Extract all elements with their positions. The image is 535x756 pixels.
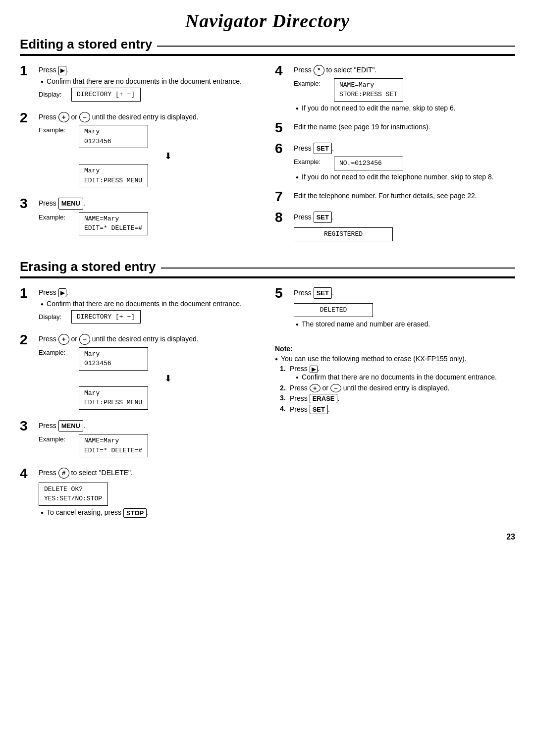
edit-step-2-text-c: until the desired entry is displayed. <box>92 113 199 121</box>
edit-step-6-btn: SET <box>314 143 332 155</box>
note-sub-step-2-btn-plus: + <box>310 384 321 392</box>
erase-step-2: 2 Press + or − until the desired entry i… <box>20 334 260 412</box>
page-title: Navigator Directory <box>20 10 515 32</box>
edit-step-1-btn: ▶ <box>58 66 66 75</box>
erase-step-5-btn: SET <box>314 287 332 299</box>
note-sub-step-4-text: Press <box>290 405 308 413</box>
edit-step-2-example-box1: Mary 0123456 <box>79 125 148 148</box>
edit-step-8-text: Press <box>294 213 312 221</box>
edit-step-2-btn-plus: + <box>58 112 69 123</box>
page-number: 23 <box>20 533 515 541</box>
edit-step-6-bullet: If you do not need to edit the telephone… <box>296 173 515 181</box>
note-sub-step-4: 4. Press SET. <box>280 405 515 414</box>
edit-step-1-display-value: DIRECTORY [+ −] <box>71 88 141 102</box>
note-sub-step-1: 1. Press ▶. Confirm that there are no do… <box>280 365 515 382</box>
edit-step-2-btn-minus: − <box>79 112 90 123</box>
edit-step-3-text: Press <box>39 199 56 207</box>
edit-step-2: 2 Press + or − until the desired entry i… <box>20 112 260 190</box>
erase-step-4-bullet: To cancel erasing, press STOP. <box>41 508 260 518</box>
erase-step-3-text: Press <box>39 422 56 430</box>
note-sub-step-3: 3. Press ERASE. <box>280 394 515 403</box>
erasing-section: Erasing a stored entry 1 Press ▶. Confir… <box>20 259 515 528</box>
edit-step-4-text-b: to select "EDIT". <box>326 66 377 74</box>
edit-step-5-num: 5 <box>275 121 290 135</box>
edit-step-5: 5 Edit the name (see page 19 for instruc… <box>275 122 515 135</box>
erase-step-2-text-c: until the desired entry is displayed. <box>92 335 199 343</box>
note-sub-steps: 1. Press ▶. Confirm that there are no do… <box>280 365 515 414</box>
edit-step-2-arrow: ⬇ <box>76 151 260 162</box>
edit-step-2-example-label: Example: <box>39 125 76 134</box>
erasing-left-col: 1 Press ▶. Confirm that there are no doc… <box>20 287 260 528</box>
note-sub-step-1-num: 1. <box>280 365 290 382</box>
edit-step-7-num: 7 <box>275 190 290 204</box>
note-sub-step-2-text-a: Press <box>290 384 308 392</box>
note-sub-step-2-text-c: until the desired entry is displayed. <box>343 384 450 392</box>
erase-step-3-num: 3 <box>20 419 35 433</box>
edit-step-3-example-label: Example: <box>39 212 76 221</box>
erase-step-1-text: Press <box>39 288 56 296</box>
edit-step-4-text-a: Press <box>294 66 312 74</box>
note-sub-step-2: 2. Press + or − until the desired entry … <box>280 384 515 392</box>
erase-step-4-text-a: Press <box>39 469 56 477</box>
erasing-note: Note: You can use the following method t… <box>275 345 515 414</box>
erase-step-5-bullet: The stored name and number are erased. <box>296 320 515 328</box>
note-title: Note: <box>275 345 515 353</box>
edit-step-2-num: 2 <box>20 111 35 125</box>
erase-step-2-text-a: Press <box>39 335 56 343</box>
edit-step-3-num: 3 <box>20 197 35 211</box>
erase-step-1-btn: ▶ <box>58 288 66 298</box>
edit-step-6: 6 Press SET. Example: NO.=0123456 If you… <box>275 143 515 183</box>
editing-section-title: Editing a stored entry <box>20 37 515 56</box>
edit-step-4-example-box: NAME=Mary STORE:PRESS SET <box>334 78 403 102</box>
edit-step-8-btn: SET <box>314 212 332 223</box>
edit-step-6-num: 6 <box>275 142 290 156</box>
note-sub-step-2-num: 2. <box>280 384 290 392</box>
editing-section: Editing a stored entry 1 Press ▶. Confir… <box>20 37 515 249</box>
erase-step-5-display: DELETED <box>294 303 373 317</box>
edit-step-1: 1 Press ▶. Confirm that there are no doc… <box>20 65 260 104</box>
edit-step-2-example-label2 <box>39 164 76 165</box>
edit-step-2-text-b: or <box>71 113 77 121</box>
note-sub-step-4-btn: SET <box>310 405 328 414</box>
erase-step-3-btn: MENU <box>58 420 83 432</box>
edit-step-3-btn: MENU <box>58 198 83 210</box>
editing-right-col: 4 Press * to select "EDIT". Example: NAM… <box>275 65 515 249</box>
erase-step-5: 5 Press SET. DELETED The stored name and… <box>275 287 515 330</box>
erase-step-3: 3 Press MENU. Example: NAME=Mary EDIT=* … <box>20 420 260 460</box>
edit-step-4-num: 4 <box>275 64 290 78</box>
erase-step-1-display-value: DIRECTORY [+ −] <box>71 310 141 324</box>
erase-step-4: 4 Press # to select "DELETE". DELETE OK?… <box>20 468 260 520</box>
edit-step-4: 4 Press * to select "EDIT". Example: NAM… <box>275 65 515 114</box>
note-bullet: You can use the following method to eras… <box>275 355 515 363</box>
note-sub-step-2-text-b: or <box>322 384 328 392</box>
erase-step-1-display-label: Display: <box>39 313 68 321</box>
edit-step-7-text: Edit the telephone number. For further d… <box>294 191 515 201</box>
edit-step-2-example-box2: Mary EDIT:PRESS MENU <box>79 164 148 187</box>
erase-step-2-example-box1: Mary 0123456 <box>79 347 148 371</box>
edit-step-3-example-box: NAME=Mary EDIT=* DELETE=# <box>79 212 148 235</box>
edit-step-4-example-label: Example: <box>294 78 331 87</box>
erase-step-1: 1 Press ▶. Confirm that there are no doc… <box>20 287 260 326</box>
erase-step-1-bullet: Confirm that there are no documents in t… <box>41 300 260 308</box>
erase-step-2-btn-plus: + <box>58 334 69 345</box>
erase-step-4-stop-btn: STOP <box>123 508 147 518</box>
erase-step-2-text-b: or <box>71 335 77 343</box>
note-sub-step-1-text: Press <box>290 365 308 373</box>
note-sub-step-1-sub-bullet: Confirm that there are no documents in t… <box>296 373 497 381</box>
note-sub-step-3-btn: ERASE <box>310 394 338 403</box>
note-sub-step-2-btn-minus: − <box>330 384 341 392</box>
editing-left-col: 1 Press ▶. Confirm that there are no doc… <box>20 65 260 249</box>
note-sub-step-4-num: 4. <box>280 405 290 414</box>
edit-step-6-example-box: NO.=0123456 <box>334 157 403 170</box>
edit-step-8: 8 Press SET. REGISTERED <box>275 212 515 241</box>
erase-step-4-num: 4 <box>20 467 35 481</box>
edit-step-5-text: Edit the name (see page 19 for instructi… <box>294 122 515 132</box>
edit-step-7: 7 Edit the telephone number. For further… <box>275 191 515 204</box>
note-sub-step-3-text: Press <box>290 394 308 402</box>
edit-step-8-num: 8 <box>275 211 290 224</box>
erase-step-2-num: 2 <box>20 333 35 347</box>
edit-step-3: 3 Press MENU. Example: NAME=Mary EDIT=* … <box>20 198 260 238</box>
erase-step-4-lcd: DELETE OK? YES:SET/NO:STOP <box>39 483 108 506</box>
erase-step-3-example-box: NAME=Mary EDIT=* DELETE=# <box>79 434 148 457</box>
erase-step-4-btn: # <box>58 468 69 479</box>
